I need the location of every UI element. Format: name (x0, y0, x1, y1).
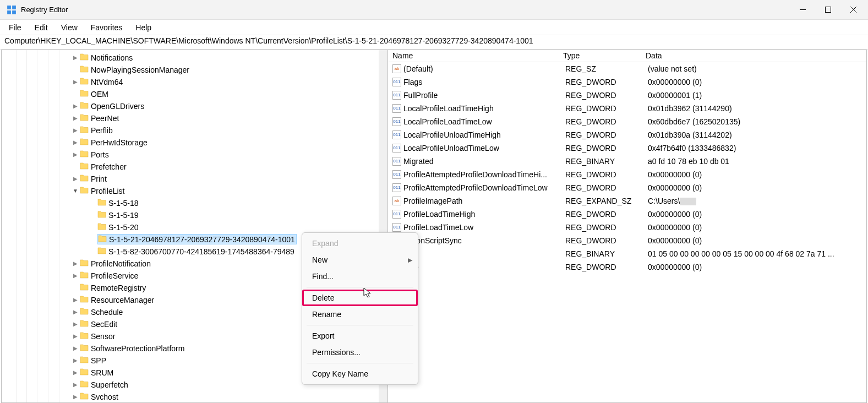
tree-item[interactable]: OEM (2, 88, 387, 100)
value-row[interactable]: abProfileImagePathREG_EXPAND_SZC:\Users\ (388, 194, 866, 208)
expander-icon[interactable]: ▶ (72, 103, 79, 109)
folder-icon (80, 344, 89, 351)
value-name: ProfileLoadTimeLow (403, 223, 561, 232)
address-bar[interactable]: Computer\HKEY_LOCAL_MACHINE\SOFTWARE\Mic… (0, 35, 868, 50)
ctx-rename[interactable]: Rename (302, 306, 418, 323)
value-row[interactable]: 011ProfileAttemptedProfileDownloadTimeHi… (388, 168, 866, 181)
value-row[interactable]: 011LogonScriptSyncREG_DWORD0x00000000 (0… (388, 234, 866, 247)
value-type: REG_DWORD (561, 236, 643, 245)
tree-item[interactable]: S-1-5-18 (2, 197, 387, 209)
tree-item-label: SecEdit (91, 320, 117, 329)
minimize-button[interactable] (790, 0, 815, 20)
tree-item[interactable]: S-1-5-19 (2, 209, 387, 221)
tree-item[interactable]: ▶Print (2, 172, 387, 184)
menu-edit[interactable]: Edit (28, 21, 54, 34)
tree-item-label: Print (91, 175, 107, 183)
expander-icon[interactable]: ▶ (72, 382, 79, 388)
binary-icon: 011 (392, 144, 401, 153)
value-row[interactable]: 011FlagsREG_DWORD0x00000000 (0) (388, 75, 866, 89)
maximize-button[interactable] (815, 0, 840, 20)
svg-rect-3 (12, 10, 16, 14)
ctx-copy-key-name[interactable]: Copy Key Name (302, 366, 418, 382)
expander-icon[interactable]: ▶ (72, 151, 79, 157)
expander-icon[interactable]: ▶ (72, 297, 79, 303)
folder-icon (80, 259, 89, 266)
col-type[interactable]: Type (559, 50, 641, 62)
tree-item-label: ProfileNotification (91, 259, 151, 268)
ctx-find[interactable]: Find... (302, 268, 418, 285)
expander-icon[interactable]: ▶ (72, 333, 79, 339)
tree-item-label: Prefetcher (91, 162, 127, 171)
tree-item[interactable]: Prefetcher (2, 160, 387, 172)
col-data[interactable]: Data (641, 50, 866, 62)
close-button[interactable] (840, 0, 866, 20)
tree-item-label: Superfetch (91, 380, 128, 389)
tree-item[interactable]: ▶PeerNet (2, 112, 387, 124)
tree-item[interactable]: ▶PerHwIdStorage (2, 136, 387, 148)
folder-icon (97, 247, 106, 254)
expander-icon[interactable]: ▶ (72, 260, 79, 266)
expander-icon[interactable]: ▶ (72, 176, 79, 182)
value-name: LogonScriptSync (403, 236, 561, 245)
value-row[interactable]: REG_BINARY01 05 00 00 00 00 00 05 15 00 … (388, 247, 866, 260)
tree-item[interactable]: ▶OpenGLDrivers (2, 100, 387, 112)
folder-icon (80, 307, 89, 315)
folder-icon (97, 210, 106, 218)
expander-icon[interactable]: ▶ (72, 309, 79, 315)
tree-item[interactable]: ▼ProfileList (2, 184, 387, 197)
expander-icon[interactable]: ▶ (72, 345, 79, 351)
binary-icon: 011 (392, 183, 401, 192)
ctx-export[interactable]: Export (302, 328, 418, 344)
menu-help[interactable]: Help (129, 21, 158, 34)
menu-view[interactable]: View (54, 21, 84, 34)
expander-icon[interactable]: ▶ (72, 369, 79, 375)
expander-icon[interactable]: ▶ (72, 357, 79, 363)
value-row[interactable]: 011ProfileLoadTimeLowREG_DWORD0x00000000… (388, 221, 866, 234)
expander-icon[interactable]: ▶ (72, 321, 79, 327)
expander-icon[interactable]: ▶ (72, 273, 79, 279)
tree-item-label: SPP (91, 356, 106, 365)
expander-icon[interactable]: ▶ (72, 115, 79, 121)
tree-item-label: ProfileList (91, 187, 124, 195)
value-row[interactable]: 011MigratedREG_BINARYa0 fd 10 78 eb 10 d… (388, 155, 866, 168)
ctx-permissions[interactable]: Permissions... (302, 344, 418, 361)
value-type: REG_DWORD (561, 210, 643, 219)
col-name[interactable]: Name (388, 50, 559, 62)
tree-item[interactable]: ▶Svchost (2, 390, 387, 402)
tree-item[interactable]: ▶Notifications (2, 51, 387, 63)
expander-icon[interactable]: ▶ (72, 394, 79, 400)
tree-item[interactable]: ▶Ports (2, 148, 387, 160)
tree-item[interactable]: ▶Perflib (2, 124, 387, 136)
value-row[interactable]: eREG_DWORD0x00000000 (0) (388, 260, 866, 274)
expander-icon[interactable]: ▶ (72, 79, 79, 85)
value-row[interactable]: 011ProfileAttemptedProfileDownloadTimeLo… (388, 181, 866, 194)
tree-item-label: NtVdm64 (91, 78, 123, 86)
value-data: 0x01db3962 (31144290) (643, 104, 866, 113)
value-row[interactable]: 011LocalProfileLoadTimeHighREG_DWORD0x01… (388, 102, 866, 115)
svg-rect-0 (7, 6, 11, 9)
expander-icon[interactable]: ▶ (72, 127, 79, 133)
expander-icon[interactable]: ▶ (72, 55, 79, 61)
tree-item-label: S-1-5-82-3006700770-424185619-1745488364… (108, 247, 294, 256)
tree-item[interactable]: S-1-5-20 (2, 221, 387, 233)
value-data: 0x4f7b64f0 (1333486832) (643, 144, 866, 153)
tree-item-label: OpenGLDrivers (91, 102, 144, 111)
expander-icon[interactable]: ▼ (72, 188, 79, 194)
value-row[interactable]: ab(Default)REG_SZ(value not set) (388, 62, 866, 75)
folder-icon (80, 283, 89, 291)
value-row[interactable]: 011ProfileLoadTimeHighREG_DWORD0x0000000… (388, 208, 866, 221)
ctx-new[interactable]: New▶ (302, 252, 418, 268)
tree-item-label: SoftwareProtectionPlatform (91, 344, 184, 353)
tree-item[interactable]: NowPlayingSessionManager (2, 63, 387, 75)
value-row[interactable]: 011FullProfileREG_DWORD0x00000001 (1) (388, 89, 866, 102)
folder-icon (80, 126, 89, 133)
folder-icon (97, 222, 106, 230)
value-row[interactable]: 011LocalProfileUnloadTimeLowREG_DWORD0x4… (388, 141, 866, 155)
value-row[interactable]: 011LocalProfileLoadTimeLowREG_DWORD0x60d… (388, 115, 866, 128)
value-row[interactable]: 011LocalProfileUnloadTimeHighREG_DWORD0x… (388, 128, 866, 141)
menu-file[interactable]: File (2, 21, 28, 34)
menu-favorites[interactable]: Favorites (84, 21, 129, 34)
expander-icon[interactable]: ▶ (72, 139, 79, 145)
tree-item[interactable]: ▶NtVdm64 (2, 75, 387, 88)
ctx-delete[interactable]: Delete (302, 290, 418, 306)
